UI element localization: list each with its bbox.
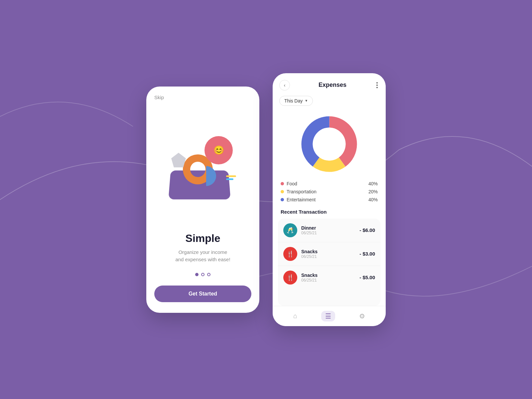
onboarding-title: Simple [158,232,248,245]
snacks1-date: 06/25/21 [301,254,355,259]
recent-transaction-header: Recent Transaction [273,208,386,219]
onboarding-phone: Skip 😊 Simple Or [146,87,259,313]
legend-entertainment: Entertainment 40% [281,197,378,202]
period-label: This Day [284,98,303,103]
period-selector: This Day ▼ [273,96,386,109]
nav-settings[interactable]: ⚙ [355,311,369,321]
illustration: 😊 [166,129,239,203]
bar-shapes [226,175,236,180]
donut-center [313,127,346,160]
dot-3 [207,273,210,276]
entertainment-label: Entertainment [287,197,316,202]
dot-2 [201,273,204,276]
snacks1-amount: - $3.00 [359,251,375,257]
dinner-icon: 🥂 [283,223,297,237]
expenses-title: Expenses [319,82,346,89]
dinner-amount: - $6.00 [359,227,375,233]
transaction-snacks-1: 🍴 Snacks 06/25/21 - $3.00 [278,242,380,266]
transaction-snacks-2: 🍴 Snacks 06/25/21 - $5.00 [278,266,380,289]
transport-percent: 20% [368,189,378,194]
transportation-label: Transportation [287,189,317,194]
pie-blue [196,166,216,186]
food-dot [281,182,284,185]
snacks2-amount: - $5.00 [359,275,375,280]
dinner-info: Dinner 06/25/21 [301,225,355,235]
bar-yellow [226,175,236,177]
transport-dot [281,190,284,193]
period-badge-button[interactable]: This Day ▼ [279,96,313,106]
nav-home[interactable]: ⌂ [289,311,301,321]
phones-container: Skip 😊 Simple Or [146,73,386,326]
transaction-dinner: 🥂 Dinner 06/25/21 - $6.00 [278,219,380,242]
more-dot-1 [376,82,378,84]
snacks1-info: Snacks 06/25/21 [301,249,355,259]
more-dot-3 [376,87,378,88]
legend-transportation: Transportation 20% [281,189,378,194]
dinner-name: Dinner [301,225,355,231]
home-icon: ⌂ [293,312,297,320]
chart-legend: Food 40% Transportation 20% Entertainmen… [273,181,386,208]
expenses-header: ‹ Expenses [273,73,386,96]
bottom-navigation: ⌂ ☰ ⚙ [273,306,386,326]
diamond-shape [171,153,186,167]
page-dots [154,273,251,276]
nav-list[interactable]: ☰ [321,311,335,321]
entertainment-percent: 40% [368,197,378,202]
back-button[interactable]: ‹ [279,80,290,91]
snacks1-icon: 🍴 [283,247,297,261]
more-dot-2 [376,85,378,86]
food-label: Food [287,181,297,186]
list-icon: ☰ [325,312,331,320]
bar-blue [226,178,233,180]
expenses-phone: ‹ Expenses This Day ▼ [273,73,386,326]
legend-food: Food 40% [281,181,378,186]
onboarding-subtitle: Organize your incomeand expenses with ea… [158,249,248,264]
skip-button[interactable]: Skip [154,95,164,100]
donut-chart [298,112,361,176]
more-button[interactable] [375,81,379,90]
snacks2-info: Snacks 06/25/21 [301,273,355,283]
transactions-card: 🥂 Dinner 06/25/21 - $6.00 🍴 Snacks 06/25… [278,219,380,306]
snacks2-date: 06/25/21 [301,278,355,283]
snacks2-icon: 🍴 [283,271,297,285]
chevron-down-icon: ▼ [305,99,308,102]
gear-icon: ⚙ [359,312,365,320]
smile-icon: 😊 [213,145,224,155]
entertainment-dot [281,198,284,201]
get-started-button[interactable]: Get Started [154,286,251,302]
food-percent: 40% [368,181,378,186]
chart-area [273,109,386,181]
circle-pink: 😊 [204,136,233,164]
illustration-area: 😊 [154,103,251,229]
snacks1-name: Snacks [301,249,355,254]
snacks2-name: Snacks [301,273,355,278]
dot-1 [195,273,199,276]
onboarding-text: Simple Organize your incomeand expenses … [154,232,251,273]
dinner-date: 06/25/21 [301,231,355,235]
